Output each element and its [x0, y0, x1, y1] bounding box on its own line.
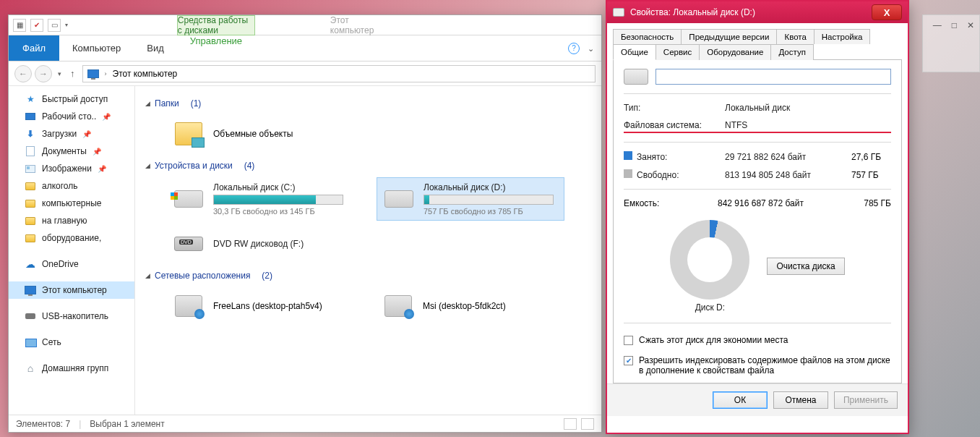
volume-label-input[interactable]	[656, 69, 891, 85]
compress-checkbox[interactable]	[624, 336, 633, 345]
properties-title-text: Свойства: Локальный диск (D:)	[630, 7, 755, 17]
properties-dialog: Свойства: Локальный диск (D:) X Безопасн…	[606, 0, 909, 434]
sidebar-usb[interactable]: USB-накопитель	[9, 307, 134, 325]
section-devices[interactable]: ◢Устройства и диски (4)	[145, 160, 591, 171]
desktop-icon	[25, 113, 35, 120]
breadcrumb-chev-icon[interactable]: ›	[105, 70, 107, 77]
collapse-icon: ◢	[145, 100, 150, 107]
nav-history-chevron-icon[interactable]: ▾	[56, 70, 63, 77]
sidebar-folder-equipment[interactable]: оборудование,	[9, 229, 134, 247]
tab-file[interactable]: Файл	[9, 35, 59, 61]
3d-objects-icon	[175, 122, 202, 145]
tab-manage[interactable]: Управление	[177, 35, 255, 46]
hdd-icon	[613, 8, 624, 17]
tab-customize[interactable]: Настройка	[814, 29, 871, 44]
filesystem-value: NTFS	[725, 120, 747, 130]
downloads-icon: ⬇	[25, 129, 36, 139]
this-pc-icon	[25, 286, 36, 294]
network-location-b[interactable]: Msi (desktop-5fdk2ct)	[377, 287, 564, 325]
sidebar-desktop[interactable]: Рабочий сто..📌	[9, 108, 134, 125]
help-icon[interactable]: ?	[568, 43, 580, 54]
filesystem-label: Файловая система:	[624, 120, 718, 130]
ribbon-expand-icon[interactable]: ⌄	[588, 43, 594, 53]
type-label: Тип:	[624, 103, 718, 113]
nav-forward-icon[interactable]: →	[35, 65, 52, 82]
folder-icon	[25, 234, 35, 242]
tab-quota[interactable]: Квота	[776, 29, 814, 44]
tab-computer[interactable]: Компьютер	[59, 35, 134, 61]
index-label: Разрешить индексировать содержимое файло…	[639, 355, 891, 376]
apply-button[interactable]: Применить	[834, 391, 898, 409]
status-elements: Элементов: 7	[16, 419, 70, 429]
used-gb: 27,6 ГБ	[851, 152, 891, 162]
tab-tools[interactable]: Сервис	[656, 44, 700, 60]
sidebar-network[interactable]: Сеть	[9, 334, 134, 351]
pin-icon: 📌	[93, 148, 101, 156]
capacity-bytes: 842 916 687 872 байт	[718, 198, 864, 208]
window-faded-title: Этот компьютер	[322, 18, 383, 33]
capacity-label: Емкость:	[624, 198, 718, 208]
tab-sharing[interactable]: Доступ	[770, 44, 813, 60]
status-bar: Элементов: 7 | Выбран 1 элемент	[9, 415, 601, 432]
drive-d[interactable]: Локальный диск (D:) 757 ГБ свободно из 7…	[377, 177, 564, 221]
drive-c[interactable]: Локальный диск (C:) 30,3 ГБ свободно из …	[167, 177, 355, 221]
compress-label: Сжать этот диск для экономии места	[639, 335, 788, 345]
sidebar-folder-home[interactable]: на главную	[9, 212, 134, 229]
disk-cleanup-button[interactable]: Очистка диска	[767, 258, 844, 275]
tab-hardware[interactable]: Оборудование	[699, 44, 771, 60]
ok-button[interactable]: ОК	[713, 391, 768, 409]
capacity-bar	[213, 195, 343, 205]
view-tiles-icon[interactable]	[581, 418, 594, 430]
sidebar-folder-computer[interactable]: компьютерные	[9, 195, 134, 212]
index-checkbox[interactable]: ✔	[624, 356, 633, 365]
sidebar-pictures[interactable]: Изображени📌	[9, 160, 134, 177]
tab-security[interactable]: Безопасность	[613, 29, 682, 44]
dvd-icon	[174, 237, 203, 251]
explorer-window: ▦ ✔ ▭ ▾ Файл Компьютер Вид Средства рабо…	[8, 14, 602, 433]
qat-chevron-icon[interactable]: ▾	[65, 22, 68, 28]
address-bar[interactable]: › Этот компьютер	[82, 65, 596, 82]
collapse-icon: ◢	[145, 272, 150, 279]
used-label: Занято:	[624, 151, 718, 162]
properties-titlebar[interactable]: Свойства: Локальный диск (D:) X	[607, 1, 908, 23]
free-bytes: 813 194 805 248 байт	[725, 170, 811, 180]
folder-icon	[25, 217, 35, 225]
nav-back-icon[interactable]: ←	[14, 65, 32, 82]
nav-up-icon[interactable]: ↑	[67, 68, 78, 79]
sidebar-quick-access[interactable]: ★Быстрый доступ	[9, 90, 134, 108]
homegroup-icon: ⌂	[25, 363, 36, 373]
pin-icon: 📌	[98, 165, 106, 173]
tab-view[interactable]: Вид	[134, 35, 177, 61]
usage-donut-chart	[670, 220, 749, 300]
item-3d-objects[interactable]: Объемные объекты	[167, 115, 355, 153]
section-network[interactable]: ◢Сетевые расположения (2)	[145, 270, 591, 281]
new-folder-icon[interactable]: ▭	[48, 19, 61, 32]
sidebar-onedrive[interactable]: ☁OneDrive	[9, 255, 134, 273]
tab-previous-versions[interactable]: Предыдущие версии	[681, 29, 777, 44]
navigation-pane: ★Быстрый доступ Рабочий сто..📌 ⬇Загрузки…	[9, 86, 135, 415]
section-folders[interactable]: ◢Папки (1)	[145, 98, 591, 109]
drive-dvd[interactable]: DVD RW дисковод (F:)	[167, 225, 355, 263]
view-details-icon[interactable]	[564, 418, 577, 430]
navigation-bar: ← → ▾ ↑ › Этот компьютер	[9, 61, 601, 86]
tab-general[interactable]: Общие	[613, 44, 656, 60]
sidebar-downloads[interactable]: ⬇Загрузки📌	[9, 125, 134, 143]
contextual-tab-wrapper: Средства работы с дисками Этот компьютер…	[177, 35, 255, 61]
sidebar-folder-alcohol[interactable]: алкоголь	[9, 177, 134, 195]
capacity-gb: 785 ГБ	[864, 198, 891, 208]
pictures-icon	[25, 165, 35, 173]
cancel-button[interactable]: Отмена	[773, 391, 828, 409]
hdd-icon	[624, 69, 648, 85]
explorer-titlebar[interactable]: ▦ ✔ ▭ ▾	[9, 15, 601, 35]
pin-icon: 📌	[102, 113, 111, 121]
sidebar-documents[interactable]: Документы📌	[9, 143, 134, 160]
sidebar-this-pc[interactable]: Этот компьютер	[9, 281, 134, 299]
document-icon	[26, 146, 35, 156]
breadcrumb-label[interactable]: Этот компьютер	[113, 69, 178, 79]
folder-icon[interactable]: ▦	[13, 19, 26, 32]
dialog-buttons: ОК Отмена Применить	[607, 383, 908, 416]
properties-icon[interactable]: ✔	[30, 19, 43, 32]
close-button[interactable]: X	[872, 4, 902, 20]
network-location-a[interactable]: FreeLans (desktop-ptah5v4)	[167, 287, 355, 325]
sidebar-homegroup[interactable]: ⌂Домашняя групп	[9, 360, 134, 377]
